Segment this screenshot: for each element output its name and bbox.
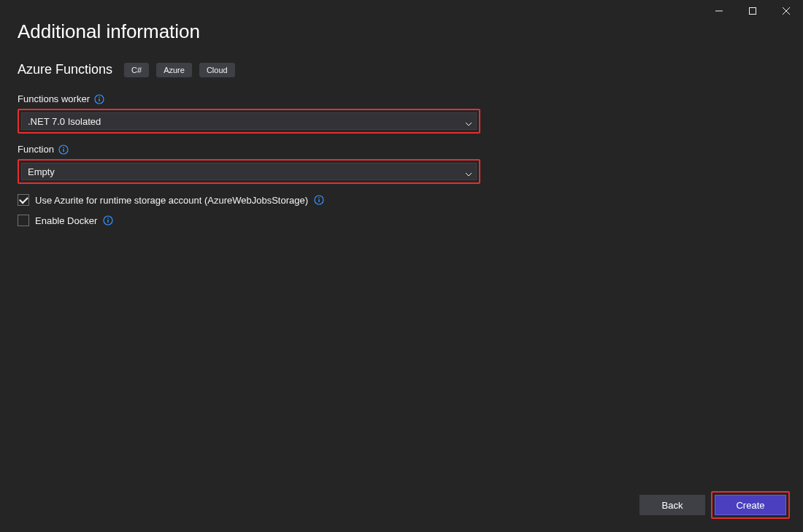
functions-worker-value: .NET 7.0 Isolated [28, 116, 101, 127]
minimize-icon [715, 7, 723, 15]
docker-checkbox[interactable] [18, 215, 29, 226]
project-type-name: Azure Functions [18, 62, 112, 77]
tag-cloud: Cloud [199, 63, 235, 77]
function-label: Function [18, 144, 785, 155]
function-highlight: Empty [18, 159, 480, 184]
info-icon[interactable] [103, 215, 113, 225]
back-button[interactable]: Back [639, 495, 705, 515]
minimize-button[interactable] [702, 0, 736, 22]
maximize-icon [749, 7, 756, 15]
svg-rect-3 [99, 96, 99, 97]
info-icon[interactable] [314, 195, 324, 205]
info-icon[interactable] [58, 144, 69, 155]
svg-rect-6 [63, 147, 64, 147]
create-highlight: Create [711, 491, 790, 519]
azurite-label: Use Azurite for runtime storage account … [35, 195, 308, 206]
functions-worker-highlight: .NET 7.0 Isolated [18, 109, 480, 134]
svg-rect-0 [750, 8, 756, 15]
svg-rect-8 [318, 199, 319, 202]
create-button[interactable]: Create [715, 495, 786, 515]
functions-worker-label-text: Functions worker [18, 93, 90, 104]
close-icon [783, 7, 790, 15]
info-icon[interactable] [94, 94, 104, 104]
maximize-button[interactable] [736, 0, 769, 22]
page-title: Additional information [18, 20, 785, 43]
tag-azure: Azure [156, 63, 192, 77]
functions-worker-label: Functions worker [18, 93, 785, 104]
svg-rect-5 [63, 149, 64, 152]
svg-rect-12 [108, 217, 109, 218]
tag-csharp: C# [124, 63, 149, 77]
svg-rect-2 [99, 99, 99, 101]
svg-rect-9 [318, 197, 319, 198]
functions-worker-dropdown[interactable]: .NET 7.0 Isolated [21, 112, 477, 130]
chevron-down-icon [466, 118, 472, 124]
azurite-checkbox[interactable] [18, 194, 29, 206]
svg-rect-11 [108, 220, 109, 223]
chevron-down-icon [466, 169, 472, 174]
close-button[interactable] [769, 0, 803, 22]
function-label-text: Function [18, 144, 54, 155]
function-dropdown[interactable]: Empty [21, 163, 477, 180]
docker-label: Enable Docker [35, 215, 97, 226]
function-value: Empty [28, 166, 55, 177]
project-type-row: Azure Functions C# Azure Cloud [18, 62, 785, 77]
